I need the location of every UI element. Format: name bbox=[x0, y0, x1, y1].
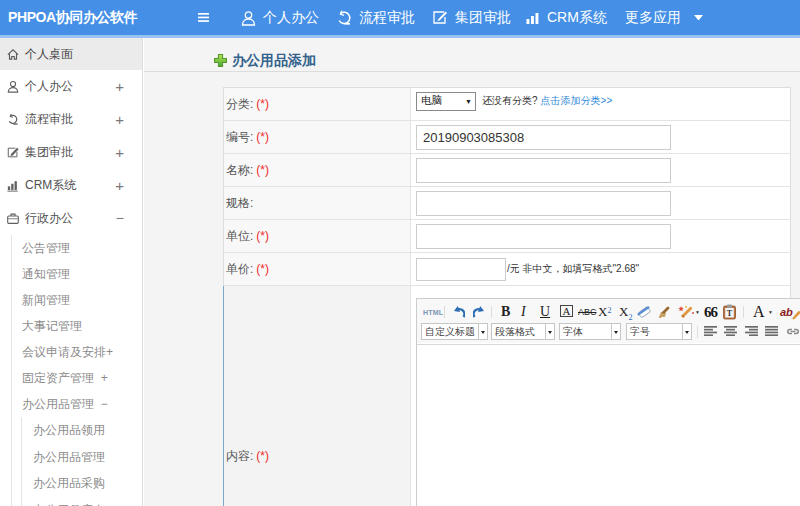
svg-text:T: T bbox=[727, 309, 733, 318]
